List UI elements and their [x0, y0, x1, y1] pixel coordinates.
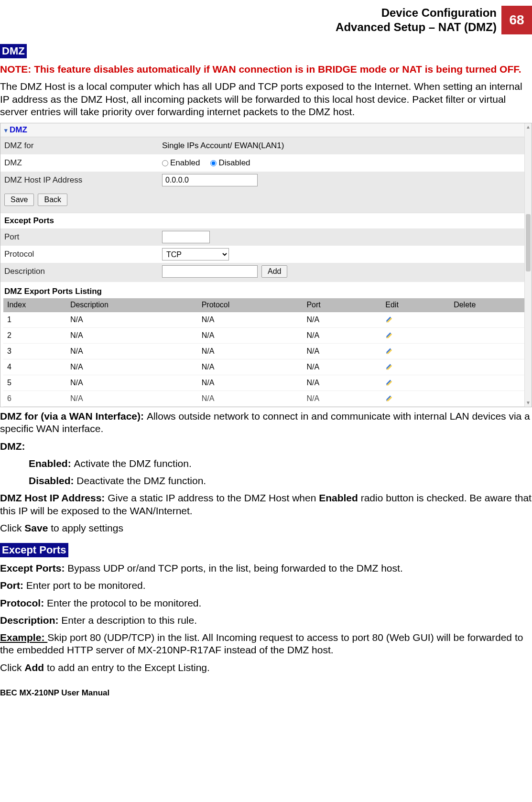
- row-dmz-for: DMZ for Single IPs Account/ EWAN(LAN1): [0, 137, 532, 154]
- back-button[interactable]: Back: [38, 194, 67, 206]
- edit-icon[interactable]: [385, 393, 394, 402]
- cell-edit: [381, 312, 450, 328]
- edit-icon[interactable]: [385, 314, 394, 323]
- radio-disabled-label: Disabled: [218, 158, 250, 168]
- scroll-down-icon[interactable]: ▼: [526, 400, 531, 406]
- text-protocol-doc: Enter the protocol to be monitored.: [47, 597, 201, 608]
- col-index: Index: [3, 298, 66, 312]
- text-description-doc: Enter a description to this rule.: [61, 615, 197, 626]
- edit-icon[interactable]: [385, 330, 394, 339]
- para-disabled: Disabled: Deactivate the DMZ function.: [29, 475, 532, 487]
- port-input[interactable]: [162, 231, 210, 243]
- footer: BEC MX-210NP User Manual: [0, 688, 532, 706]
- cell-index: 4: [3, 359, 66, 375]
- listing-table: Index Description Protocol Port Edit Del…: [3, 298, 529, 407]
- cell-protocol: N/A: [198, 344, 303, 359]
- cell-index: 1: [3, 312, 66, 328]
- row-dmz: DMZ Enabled Disabled: [0, 154, 532, 172]
- header-line1: Device Configuration: [336, 6, 497, 20]
- para-port: Port: Enter port to be monitored.: [0, 579, 532, 592]
- scrollbar[interactable]: ▲ ▼: [524, 123, 532, 407]
- cell-index: 3: [3, 344, 66, 359]
- cell-delete: [450, 375, 529, 391]
- text-port-doc: Enter port to be monitored.: [26, 580, 146, 591]
- para-description: Description: Enter a description to this…: [0, 614, 532, 627]
- para-dmz-label: DMZ:: [0, 440, 532, 453]
- text-click-add1: Click: [0, 662, 24, 673]
- header-title-block: Device Configuration Advanced Setup – NA…: [336, 6, 501, 34]
- para-click-add: Click Add to add an entry to the Except …: [0, 661, 532, 674]
- edit-icon[interactable]: [385, 346, 394, 355]
- table-row: 5N/AN/AN/A: [3, 375, 529, 391]
- dmz-intro: The DMZ Host is a local computer which h…: [0, 80, 532, 118]
- table-row: 6N/AN/AN/A: [3, 391, 529, 407]
- radio-disabled[interactable]: [210, 160, 217, 166]
- scroll-thumb[interactable]: [526, 214, 531, 271]
- label-dmz-for-doc: DMZ for (via a WAN Interface):: [0, 411, 147, 422]
- add-button[interactable]: Add: [261, 265, 287, 278]
- para-enabled: Enabled: Activate the DMZ function.: [29, 457, 532, 470]
- table-row: 3N/AN/AN/A: [3, 344, 529, 359]
- cell-edit: [381, 359, 450, 375]
- label-description: Description: [4, 267, 162, 276]
- label-dmz-for: DMZ for: [4, 141, 162, 151]
- para-except-ports: Except Ports: Bypass UDP or/and TCP port…: [0, 562, 532, 574]
- cell-index: 2: [3, 328, 66, 344]
- cell-edit: [381, 328, 450, 344]
- cell-delete: [450, 344, 529, 359]
- radio-disabled-wrap[interactable]: Disabled: [210, 158, 250, 168]
- cell-index: 5: [3, 375, 66, 391]
- cell-description: N/A: [66, 344, 198, 359]
- dmz-config-panel: ▲ ▼ ▾ DMZ DMZ for Single IPs Account/ EW…: [0, 123, 532, 407]
- cell-port: N/A: [303, 391, 381, 407]
- edit-icon[interactable]: [385, 362, 394, 370]
- col-port: Port: [303, 298, 381, 312]
- cell-delete: [450, 328, 529, 344]
- cell-port: N/A: [303, 359, 381, 375]
- page-header: Device Configuration Advanced Setup – NA…: [0, 0, 532, 40]
- table-row: 1N/AN/AN/A: [3, 312, 529, 328]
- radio-enabled-wrap[interactable]: Enabled: [162, 158, 200, 168]
- text-click-add2: to add an entry to the Except Listing.: [44, 662, 210, 673]
- description-input[interactable]: [162, 265, 258, 278]
- except-ports-subheading: Except Ports: [0, 213, 532, 228]
- page-number: 68: [501, 6, 532, 34]
- cell-protocol: N/A: [198, 375, 303, 391]
- cell-edit: [381, 375, 450, 391]
- cell-protocol: N/A: [198, 359, 303, 375]
- button-row: Save Back: [0, 189, 532, 213]
- listing-section: DMZ Export Ports Listing Index Descripti…: [0, 280, 532, 407]
- save-button[interactable]: Save: [4, 194, 34, 206]
- except-ports-section-heading: Except Ports: [0, 543, 68, 557]
- cell-port: N/A: [303, 375, 381, 391]
- col-edit: Edit: [381, 298, 450, 312]
- radio-enabled[interactable]: [162, 160, 168, 166]
- dmz-note: NOTE: This feature disables automaticall…: [0, 63, 532, 76]
- collapse-icon[interactable]: ▾: [4, 127, 8, 134]
- edit-icon[interactable]: [385, 378, 394, 386]
- label-disabled-doc: Disabled:: [29, 475, 76, 486]
- text-except-ports-doc: Bypass UDP or/and TCP ports, in the list…: [67, 563, 403, 574]
- cell-delete: [450, 312, 529, 328]
- header-line2: Advanced Setup – NAT (DMZ): [336, 20, 497, 34]
- row-port: Port: [0, 228, 532, 246]
- para-click-save: Click Save to apply settings: [0, 522, 532, 534]
- text-disabled-doc: Deactivate the DMZ function.: [76, 475, 206, 486]
- panel-title: ▾ DMZ: [0, 123, 532, 137]
- row-protocol: Protocol TCP: [0, 246, 532, 263]
- text-example-doc: Skip port 80 (UDP/TCP) in the list. All …: [0, 632, 523, 655]
- scroll-up-icon[interactable]: ▲: [526, 124, 531, 130]
- para-protocol: Protocol: Enter the protocol to be monit…: [0, 597, 532, 609]
- cell-description: N/A: [66, 328, 198, 344]
- label-except-ports-doc: Except Ports:: [0, 563, 67, 574]
- dmz-section-heading: DMZ: [0, 44, 27, 58]
- cell-description: N/A: [66, 391, 198, 407]
- label-protocol-doc: Protocol:: [0, 597, 47, 608]
- host-ip-input[interactable]: [162, 174, 258, 186]
- cell-edit: [381, 344, 450, 359]
- text-enabled-doc: Activate the DMZ function.: [74, 458, 192, 469]
- protocol-select[interactable]: TCP: [162, 248, 229, 260]
- cell-description: N/A: [66, 375, 198, 391]
- text-hostip1: Give a static IP address to the DMZ Host…: [108, 492, 319, 503]
- label-port-doc: Port:: [0, 580, 26, 591]
